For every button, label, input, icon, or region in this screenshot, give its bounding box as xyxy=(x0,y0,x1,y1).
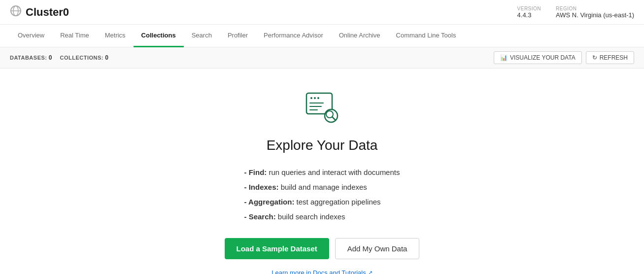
version-label: VERSION xyxy=(517,6,542,11)
collections-label: COLLECTIONS: 0 xyxy=(60,54,109,61)
feature-aggregation: - Aggregation: test aggregation pipeline… xyxy=(244,195,400,209)
explore-title: Explore Your Data xyxy=(267,137,378,153)
region-label: REGION xyxy=(556,6,634,11)
toolbar: DATABASES: 0 COLLECTIONS: 0 📊 VISUALIZE … xyxy=(0,47,644,68)
toolbar-actions: 📊 VISUALIZE YOUR DATA ↻ REFRESH xyxy=(494,51,634,64)
tab-command-line-tools[interactable]: Command Line Tools xyxy=(388,25,464,47)
tab-search[interactable]: Search xyxy=(184,25,220,47)
refresh-button[interactable]: ↻ REFRESH xyxy=(586,51,634,64)
chart-icon: 📊 xyxy=(500,54,508,61)
features-list: - Find: run queries and interact with do… xyxy=(244,165,400,224)
feature-search: - Search: build search indexes xyxy=(244,209,400,224)
tab-online-archive[interactable]: Online Archive xyxy=(331,25,388,47)
version-block: VERSION 4.4.3 xyxy=(517,6,542,19)
page-header: Cluster0 VERSION 4.4.3 REGION AWS N. Vir… xyxy=(0,0,644,25)
load-sample-dataset-button[interactable]: Load a Sample Dataset xyxy=(225,238,329,259)
tab-real-time[interactable]: Real Time xyxy=(52,25,97,47)
svg-point-5 xyxy=(314,97,316,99)
main-content: Explore Your Data - Find: run queries an… xyxy=(0,68,644,274)
explore-icon xyxy=(303,88,342,130)
region-block: REGION AWS N. Virginia (us-east-1) xyxy=(556,6,634,19)
tab-overview[interactable]: Overview xyxy=(10,25,52,47)
action-buttons: Load a Sample Dataset Add My Own Data xyxy=(225,238,420,259)
tab-metrics[interactable]: Metrics xyxy=(97,25,134,47)
tab-performance-advisor[interactable]: Performance Advisor xyxy=(256,25,331,47)
databases-label: DATABASES: 0 xyxy=(10,54,52,61)
refresh-icon: ↻ xyxy=(592,54,597,61)
toolbar-counts: DATABASES: 0 COLLECTIONS: 0 xyxy=(10,54,108,61)
feature-find: - Find: run queries and interact with do… xyxy=(244,165,400,180)
add-own-data-button[interactable]: Add My Own Data xyxy=(335,238,420,259)
cluster-title: Cluster0 xyxy=(10,5,69,19)
feature-indexes: - Indexes: build and manage indexes xyxy=(244,180,400,195)
tab-collections[interactable]: Collections xyxy=(134,25,184,47)
cluster-icon xyxy=(10,5,22,19)
nav-tabs: Overview Real Time Metrics Collections S… xyxy=(0,25,644,47)
cluster-name: Cluster0 xyxy=(26,6,69,19)
version-region: VERSION 4.4.3 REGION AWS N. Virginia (us… xyxy=(517,6,634,19)
version-value: 4.4.3 xyxy=(517,11,532,19)
visualize-data-button[interactable]: 📊 VISUALIZE YOUR DATA xyxy=(494,51,582,64)
docs-tutorials-link[interactable]: Learn more in Docs and Tutorials ↗ xyxy=(271,269,372,274)
tab-profiler[interactable]: Profiler xyxy=(220,25,256,47)
svg-point-6 xyxy=(317,97,319,99)
region-value: AWS N. Virginia (us-east-1) xyxy=(556,11,634,19)
svg-point-4 xyxy=(310,97,312,99)
external-link-icon: ↗ xyxy=(368,270,373,274)
